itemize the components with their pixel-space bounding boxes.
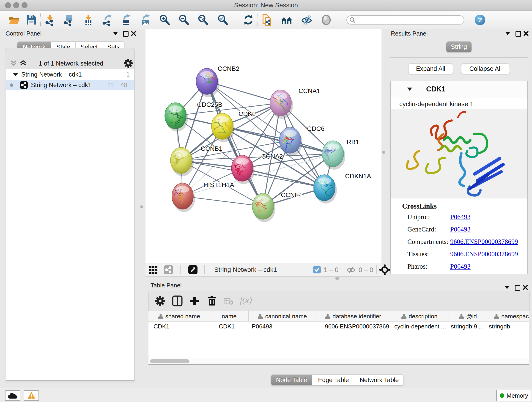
crosslink-row: Compartments: 9606.ENSP00000378699 <box>391 238 527 250</box>
import-network-from-file-button[interactable] <box>44 13 56 27</box>
table-panel-float-icon[interactable] <box>505 286 509 289</box>
search-input[interactable] <box>346 15 464 25</box>
control-panel-float-icon[interactable] <box>113 32 118 35</box>
table-options-gear-icon[interactable] <box>155 296 165 306</box>
results-panel-float-icon[interactable] <box>505 32 510 35</box>
cell-shared-name[interactable]: CDK1 <box>148 322 210 332</box>
table-panel-close-icon[interactable] <box>523 285 528 290</box>
export-table-button[interactable] <box>120 13 133 27</box>
results-buttons-box: Expand All Collapse All <box>390 57 528 80</box>
control-panel-maximize-icon[interactable] <box>123 31 128 37</box>
memory-button[interactable]: Memory <box>496 390 531 401</box>
cell-id[interactable]: stringdb:9... <box>448 322 486 332</box>
network-collection-label: String Network – cdk1 <box>21 69 82 80</box>
svg-text:CCNA1: CCNA1 <box>298 87 320 95</box>
hide-glass-button[interactable] <box>300 13 313 27</box>
table-header-row: shared name name canonical name database… <box>148 311 529 322</box>
selected-checkbox-icon[interactable] <box>313 266 321 274</box>
zoom-out-button[interactable] <box>177 13 190 27</box>
tree-expander-icon[interactable] <box>13 73 18 76</box>
refresh-layout-button[interactable] <box>242 13 255 27</box>
protein-card-header[interactable]: CDK1 <box>391 81 527 97</box>
export-network-icon <box>101 14 113 26</box>
svg-text:CCNB2: CCNB2 <box>218 65 239 72</box>
column-header-database-identifier[interactable]: database identifier <box>317 311 390 321</box>
cell-name[interactable]: CDK1 <box>210 322 248 332</box>
node-attribute-table[interactable]: shared name name canonical name database… <box>148 311 529 365</box>
network-options-gear-icon[interactable] <box>124 59 133 68</box>
collapse-all-networks-icon[interactable] <box>10 60 17 66</box>
delete-table-icon-disabled <box>224 298 234 305</box>
import-table-icon <box>82 14 94 26</box>
results-panel-title: Results Panel <box>391 30 428 37</box>
collapse-all-button[interactable]: Collapse All <box>461 64 510 74</box>
zoom-fit-button[interactable] <box>196 13 209 27</box>
share-network-document-button[interactable] <box>261 13 273 27</box>
crosslink-value-link[interactable]: 9606.ENSP00000378699 <box>450 250 518 258</box>
protein-card-expander-icon[interactable] <box>407 88 412 91</box>
cloud-status-button[interactable] <box>5 390 20 401</box>
footer-divider <box>180 265 181 274</box>
crosslink-value-link[interactable]: 9606.ENSP00000378699 <box>450 238 518 245</box>
string-home-button[interactable] <box>280 13 293 27</box>
delete-column-trash-icon[interactable] <box>207 295 217 306</box>
import-network-from-database-button[interactable] <box>62 13 75 27</box>
show-columns-icon[interactable] <box>172 295 183 306</box>
tab-edge-table[interactable]: Edge Table <box>312 375 355 385</box>
crosslink-value-link[interactable]: P06493 <box>450 225 471 233</box>
export-image-button[interactable] <box>139 13 152 27</box>
tab-network-table[interactable]: Network Table <box>355 375 404 385</box>
help-question-glyph: ? <box>478 16 482 24</box>
table-panel-title: Table Panel <box>151 282 182 289</box>
birdseye-toggle-icon[interactable] <box>188 265 197 274</box>
crosslink-value-link[interactable]: P06493 <box>450 263 471 270</box>
zoom-selected-button[interactable] <box>216 13 229 27</box>
save-session-button[interactable] <box>25 13 38 27</box>
network-row-selected[interactable]: String Network – cdk1 11 48 <box>6 80 134 90</box>
results-panel-close-icon[interactable] <box>523 31 529 36</box>
column-header-shared-name[interactable]: shared name <box>148 311 210 321</box>
create-column-plus-icon[interactable] <box>190 296 200 306</box>
expand-all-networks-icon[interactable] <box>19 60 27 66</box>
tab-string-results[interactable]: String <box>446 41 472 52</box>
column-header-canonical-name[interactable]: canonical name <box>249 311 317 321</box>
cell-database-identifier[interactable]: 9606.ENSP00000378699 <box>316 322 389 332</box>
application-window: Session: New Session <box>0 0 532 402</box>
crosslink-value-link[interactable]: P06493 <box>450 213 471 221</box>
results-panel-maximize-icon[interactable] <box>515 31 521 37</box>
horizontal-splitter-handle[interactable] <box>335 277 339 280</box>
grid-view-icon[interactable] <box>149 266 158 274</box>
column-header-id[interactable]: @id <box>449 311 487 321</box>
expand-all-button[interactable]: Expand All <box>408 64 453 74</box>
network-canvas[interactable]: CCNB2CCNA1CDC25BCDK1CDC6RB1CCNB1CCNA2CDK… <box>146 29 381 263</box>
column-header-name[interactable]: name <box>210 311 249 321</box>
cell-namespace[interactable]: stringdb <box>486 322 529 332</box>
column-header-namespace[interactable]: namespace <box>487 311 529 321</box>
show-glass-button-disabled[interactable] <box>320 13 333 27</box>
cell-canonical-name[interactable]: P06493 <box>248 322 316 332</box>
navigator-crosshair-icon[interactable] <box>379 264 390 275</box>
warning-icon <box>27 391 36 400</box>
horizontal-scrollbar[interactable] <box>148 358 529 364</box>
svg-text:RB1: RB1 <box>347 138 359 146</box>
zoom-in-button[interactable] <box>158 13 171 27</box>
control-panel-close-icon[interactable] <box>131 31 136 36</box>
right-splitter-handle[interactable] <box>382 151 385 154</box>
table-row[interactable]: CDK1 CDK1 P06493 9606.ENSP00000378699 cy… <box>148 322 529 332</box>
toolbar-separator <box>155 13 155 26</box>
help-button[interactable]: ? <box>475 15 485 25</box>
warnings-button[interactable] <box>24 390 39 401</box>
network-collection-row[interactable]: String Network – cdk1 1 <box>6 69 134 80</box>
network-graph[interactable]: CCNB2CCNA1CDC25BCDK1CDC6RB1CCNB1CCNA2CDK… <box>146 29 381 263</box>
import-table-from-file-button[interactable] <box>82 13 95 27</box>
column-header-description[interactable]: description <box>390 311 449 321</box>
left-splitter-handle[interactable] <box>140 205 143 208</box>
export-network-button[interactable] <box>101 13 114 27</box>
share-view-icon[interactable] <box>164 265 173 274</box>
scrollbar-thumb[interactable] <box>150 359 190 363</box>
table-panel-maximize-icon[interactable] <box>515 285 520 291</box>
cell-description[interactable]: cyclin-dependent ... <box>389 322 448 332</box>
column-label: description <box>409 313 438 320</box>
open-session-button[interactable] <box>8 13 21 27</box>
tab-node-table[interactable]: Node Table <box>271 375 312 385</box>
